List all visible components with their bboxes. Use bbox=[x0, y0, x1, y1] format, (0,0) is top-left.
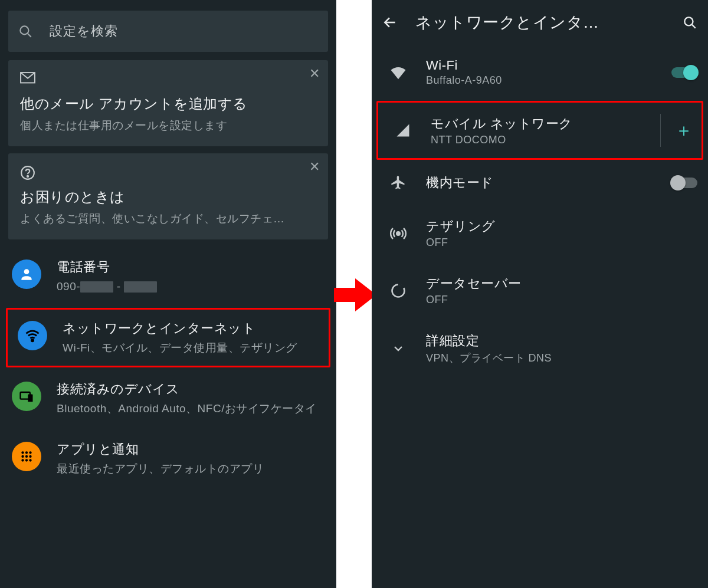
row-mobile-network[interactable]: モバイル ネットワーク NTT DOCOMO ＋ bbox=[376, 101, 703, 160]
row-phone-number[interactable]: 電話番号 090- - bbox=[0, 247, 336, 307]
phone-prefix: 090- bbox=[57, 280, 80, 293]
svg-point-6 bbox=[31, 339, 33, 341]
search-placeholder: 設定を検索 bbox=[50, 22, 118, 40]
svg-point-4 bbox=[27, 176, 28, 177]
suggestion-add-email[interactable]: ✕ 他のメール アカウントを追加する 個人または仕事用のメールを設定します bbox=[8, 60, 328, 146]
row-apps-title: アプリと通知 bbox=[57, 441, 327, 458]
apps-icon bbox=[12, 442, 41, 471]
settings-main-screen: 設定を検索 ✕ 他のメール アカウントを追加する 個人または仕事用のメールを設定… bbox=[0, 0, 336, 588]
row-apps-subtitle: 最近使ったアプリ、デフォルトのアプリ bbox=[57, 461, 327, 477]
row-devices-subtitle: Bluetooth、Android Auto、NFC/おサイフケータイ bbox=[57, 400, 327, 417]
mobile-title: モバイル ネットワーク bbox=[431, 115, 654, 133]
row-network-subtitle: Wi-Fi、モバイル、データ使用量、テザリング bbox=[63, 340, 321, 356]
svg-point-0 bbox=[20, 26, 28, 34]
wifi-title: Wi-Fi bbox=[426, 58, 666, 73]
transition-arrow bbox=[334, 277, 376, 313]
redacted bbox=[80, 281, 113, 293]
signal-icon bbox=[388, 122, 418, 139]
add-sim-button[interactable]: ＋ bbox=[660, 114, 693, 147]
row-network-title: ネットワークとインターネット bbox=[63, 320, 321, 337]
app-bar: ネットワークとインタ… bbox=[372, 0, 708, 45]
wifi-toggle[interactable] bbox=[671, 67, 697, 78]
wifi-subtitle: Buffalo-A-9A60 bbox=[426, 74, 666, 87]
search-icon[interactable] bbox=[682, 15, 697, 30]
advanced-subtitle: VPN、プライベート DNS bbox=[426, 351, 697, 365]
svg-rect-8 bbox=[28, 395, 32, 402]
saver-title: データセーバー bbox=[426, 275, 697, 293]
suggestion-mail-subtitle: 個人または仕事用のメールを設定します bbox=[20, 118, 316, 133]
search-icon bbox=[18, 24, 33, 39]
settings-search-bar[interactable]: 設定を検索 bbox=[8, 11, 328, 52]
chevron-down-icon bbox=[384, 341, 413, 356]
wifi-icon bbox=[18, 321, 47, 350]
close-icon[interactable]: ✕ bbox=[309, 67, 320, 80]
svg-point-11 bbox=[29, 451, 31, 454]
tether-title: テザリング bbox=[426, 218, 697, 235]
svg-point-10 bbox=[25, 451, 28, 454]
redacted bbox=[124, 281, 157, 293]
svg-point-20 bbox=[684, 17, 693, 25]
airplane-title: 機内モード bbox=[426, 174, 666, 192]
mobile-subtitle: NTT DOCOMO bbox=[431, 134, 654, 146]
gmail-icon bbox=[20, 72, 35, 85]
svg-point-14 bbox=[29, 455, 31, 457]
row-phone-value: 090- - bbox=[57, 278, 327, 295]
svg-point-12 bbox=[21, 455, 24, 457]
plus-icon: ＋ bbox=[675, 121, 693, 139]
row-tethering[interactable]: テザリング OFF bbox=[372, 205, 708, 262]
data-saver-icon bbox=[384, 282, 413, 299]
svg-point-22 bbox=[396, 232, 400, 235]
person-icon bbox=[12, 259, 41, 289]
row-data-saver[interactable]: データセーバー OFF bbox=[372, 262, 708, 319]
tether-subtitle: OFF bbox=[426, 236, 697, 249]
header-title: ネットワークとインタ… bbox=[415, 12, 673, 33]
row-airplane-mode[interactable]: 機内モード bbox=[372, 161, 708, 205]
svg-point-9 bbox=[21, 451, 24, 454]
svg-point-13 bbox=[25, 455, 28, 457]
row-phone-title: 電話番号 bbox=[57, 258, 327, 276]
row-wifi[interactable]: Wi-Fi Buffalo-A-9A60 bbox=[372, 45, 708, 100]
row-network-internet[interactable]: ネットワークとインターネット Wi-Fi、モバイル、データ使用量、テザリング bbox=[6, 308, 330, 368]
svg-marker-18 bbox=[334, 278, 376, 311]
svg-line-21 bbox=[691, 24, 695, 28]
back-icon[interactable] bbox=[382, 15, 398, 30]
dash: - bbox=[113, 280, 124, 293]
saver-subtitle: OFF bbox=[426, 294, 697, 306]
close-icon[interactable]: ✕ bbox=[309, 160, 320, 173]
help-icon bbox=[20, 165, 35, 178]
svg-line-1 bbox=[27, 33, 31, 37]
devices-icon bbox=[12, 382, 41, 411]
network-internet-screen: ネットワークとインタ… Wi-Fi Buffalo-A-9A60 モバイル ネッ… bbox=[372, 0, 708, 588]
suggestion-mail-title: 他のメール アカウントを追加する bbox=[20, 94, 316, 113]
hotspot-icon bbox=[384, 225, 413, 242]
airplane-toggle[interactable] bbox=[671, 178, 697, 188]
svg-point-15 bbox=[21, 459, 24, 461]
row-advanced[interactable]: 詳細設定 VPN、プライベート DNS bbox=[372, 319, 708, 378]
svg-point-17 bbox=[29, 459, 31, 461]
row-apps-notifications[interactable]: アプリと通知 最近使ったアプリ、デフォルトのアプリ bbox=[0, 429, 336, 489]
advanced-title: 詳細設定 bbox=[426, 332, 697, 350]
suggestion-help-subtitle: よくあるご質問、使いこなしガイド、セルフチェ… bbox=[20, 211, 316, 226]
wifi-icon bbox=[384, 64, 413, 81]
svg-point-16 bbox=[25, 459, 28, 461]
suggestion-help[interactable]: ✕ お困りのときは よくあるご質問、使いこなしガイド、セルフチェ… bbox=[8, 153, 328, 239]
suggestion-help-title: お困りのときは bbox=[20, 188, 316, 206]
row-connected-devices[interactable]: 接続済みのデバイス Bluetooth、Android Auto、NFC/おサイ… bbox=[0, 369, 336, 429]
svg-point-5 bbox=[24, 269, 30, 274]
row-devices-title: 接続済みのデバイス bbox=[57, 380, 327, 398]
airplane-icon bbox=[384, 175, 413, 191]
